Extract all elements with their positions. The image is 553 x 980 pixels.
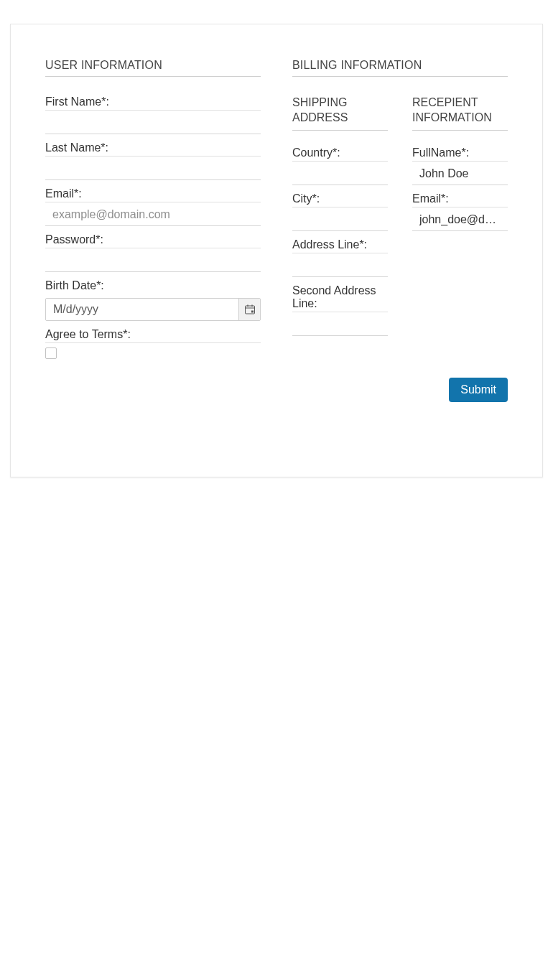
address-input[interactable] — [292, 253, 388, 277]
calendar-icon — [244, 304, 256, 315]
fullname-label: FullName*: — [412, 146, 508, 162]
address2-field: Second Address Line: — [292, 284, 388, 336]
recipient-email-input[interactable] — [412, 207, 508, 231]
password-field: Password*: — [45, 233, 261, 272]
agree-checkbox[interactable] — [45, 347, 57, 359]
email-input[interactable] — [45, 202, 261, 226]
email-field: Email*: — [45, 187, 261, 226]
shipping-title: SHIPPING ADDRESS — [292, 95, 388, 131]
country-field: Country*: — [292, 146, 388, 185]
shipping-section: SHIPPING ADDRESS Country*: City*: Addres… — [292, 95, 388, 343]
user-info-section: USER INFORMATION First Name*: Last Name*… — [45, 59, 261, 366]
agree-label: Agree to Terms*: — [45, 328, 261, 343]
city-input[interactable] — [292, 207, 388, 231]
last-name-input[interactable] — [45, 157, 261, 180]
recipient-title: RECEPIENT INFORMATION — [412, 95, 508, 131]
city-label: City*: — [292, 192, 388, 207]
password-input[interactable] — [45, 248, 261, 272]
agree-field: Agree to Terms*: — [45, 328, 261, 359]
address-field: Address Line*: — [292, 238, 388, 277]
recipient-email-label: Email*: — [412, 192, 508, 207]
user-info-title: USER INFORMATION — [45, 59, 261, 77]
first-name-label: First Name*: — [45, 95, 261, 111]
country-input[interactable] — [292, 162, 388, 185]
svg-rect-4 — [251, 311, 254, 313]
address2-input[interactable] — [292, 312, 388, 336]
recipient-section: RECEPIENT INFORMATION FullName*: Email*: — [412, 95, 508, 343]
birth-date-field: Birth Date*: — [45, 279, 261, 321]
password-label: Password*: — [45, 233, 261, 248]
birth-date-input[interactable] — [46, 299, 238, 320]
birth-date-label: Birth Date*: — [45, 279, 261, 294]
city-field: City*: — [292, 192, 388, 231]
billing-info-section: BILLING INFORMATION SHIPPING ADDRESS Cou… — [292, 59, 508, 402]
billing-info-title: BILLING INFORMATION — [292, 59, 508, 77]
first-name-input[interactable] — [45, 111, 261, 134]
form-panel: USER INFORMATION First Name*: Last Name*… — [10, 24, 543, 477]
address-label: Address Line*: — [292, 238, 388, 253]
last-name-label: Last Name*: — [45, 141, 261, 157]
address2-label: Second Address Line: — [292, 284, 388, 312]
email-label: Email*: — [45, 187, 261, 202]
fullname-field: FullName*: — [412, 146, 508, 185]
country-label: Country*: — [292, 146, 388, 162]
submit-button[interactable]: Submit — [449, 378, 508, 402]
fullname-input[interactable] — [412, 162, 508, 185]
first-name-field: First Name*: — [45, 95, 261, 134]
calendar-button[interactable] — [238, 299, 260, 320]
recipient-email-field: Email*: — [412, 192, 508, 231]
last-name-field: Last Name*: — [45, 141, 261, 180]
